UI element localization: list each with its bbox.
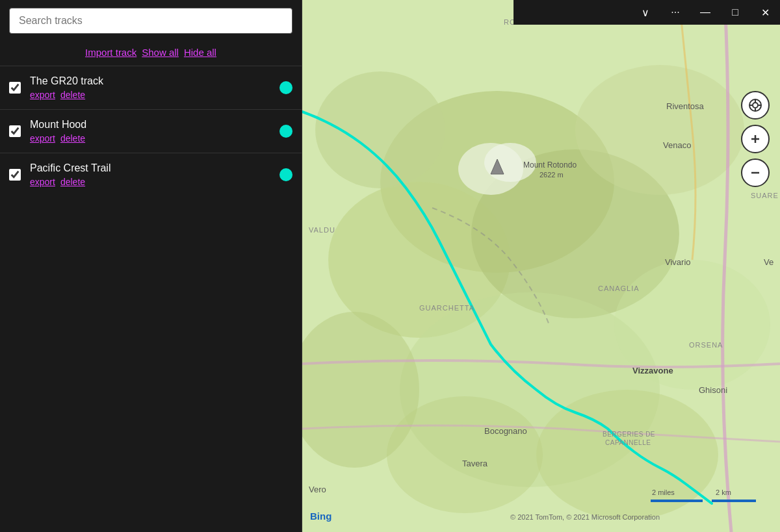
svg-text:Mount Rotondo: Mount Rotondo: [523, 160, 577, 170]
track-export-button[interactable]: export: [30, 90, 55, 100]
map-controls: [741, 91, 770, 187]
zoom-in-button[interactable]: [741, 125, 770, 153]
action-bar: Import track Show all Hide all: [0, 42, 302, 66]
svg-text:ORSENA: ORSENA: [689, 341, 723, 349]
svg-rect-36: [712, 500, 756, 502]
track-checkbox[interactable]: [9, 82, 21, 94]
track-actions: exportdelete: [30, 90, 273, 100]
track-actions: exportdelete: [30, 133, 273, 144]
map-background: ROSSOLINO PORETTO Riventosa Venaco Mount…: [302, 0, 780, 532]
track-export-button[interactable]: export: [30, 177, 55, 187]
track-color-dot: [280, 168, 292, 181]
track-color-dot: [280, 81, 292, 94]
svg-point-4: [575, 65, 744, 195]
svg-text:Vivario: Vivario: [665, 257, 691, 267]
more-options-button[interactable]: ···: [660, 0, 690, 25]
track-item: The GR20 trackexportdelete: [0, 66, 302, 109]
map-panel: ∨ ··· — □ ✕: [302, 0, 780, 532]
title-bar: ∨ ··· — □ ✕: [514, 0, 780, 25]
location-icon: [748, 98, 762, 112]
svg-text:CANAGLIA: CANAGLIA: [598, 285, 640, 292]
svg-text:Vizzavone: Vizzavone: [632, 366, 673, 375]
show-all-button[interactable]: Show all: [142, 47, 179, 58]
svg-text:SUARE: SUARE: [751, 192, 779, 199]
svg-point-41: [753, 103, 758, 108]
track-color-dot: [280, 125, 292, 138]
svg-text:Vero: Vero: [309, 485, 326, 494]
track-item: Pacific Crest Trailexportdelete: [0, 153, 302, 196]
hide-all-button[interactable]: Hide all: [184, 47, 216, 58]
track-name: Mount Hood: [30, 119, 273, 131]
svg-text:Bocognano: Bocognano: [484, 426, 527, 436]
svg-point-10: [387, 396, 543, 513]
svg-text:2 km: 2 km: [716, 488, 731, 496]
svg-text:Riventosa: Riventosa: [666, 101, 705, 111]
svg-point-5: [315, 71, 445, 188]
svg-text:BERGERIES DE: BERGERIES DE: [603, 431, 655, 438]
track-name: The GR20 track: [30, 75, 273, 87]
track-info: The GR20 trackexportdelete: [30, 75, 273, 100]
plus-icon: [749, 133, 762, 146]
track-checkbox[interactable]: [9, 125, 21, 137]
map-svg: ROSSOLINO PORETTO Riventosa Venaco Mount…: [302, 0, 780, 532]
minimize-button[interactable]: —: [690, 0, 720, 25]
track-export-button[interactable]: export: [30, 133, 55, 144]
svg-text:Tavera: Tavera: [462, 459, 488, 468]
track-name: Pacific Crest Trail: [30, 162, 273, 174]
svg-text:VALDU: VALDU: [309, 226, 335, 234]
svg-text:2 miles: 2 miles: [652, 488, 675, 496]
track-delete-button[interactable]: delete: [60, 133, 85, 144]
svg-rect-34: [651, 500, 703, 502]
search-input[interactable]: [9, 8, 292, 34]
zoom-out-button[interactable]: [741, 158, 770, 187]
tracks-list: The GR20 trackexportdeleteMount Hoodexpo…: [0, 66, 302, 196]
svg-text:Venaco: Venaco: [663, 140, 691, 150]
chevron-down-button[interactable]: ∨: [630, 0, 660, 25]
maximize-button[interactable]: □: [720, 0, 750, 25]
svg-text:Bing: Bing: [310, 511, 332, 522]
svg-text:2622 m: 2622 m: [540, 171, 564, 179]
svg-text:© 2021 TomTom, © 2021 Microsof: © 2021 TomTom, © 2021 Microsoft Corporat…: [510, 513, 660, 521]
track-delete-button[interactable]: delete: [60, 177, 85, 187]
track-info: Pacific Crest Trailexportdelete: [30, 162, 273, 187]
track-actions: exportdelete: [30, 177, 273, 187]
track-info: Mount Hoodexportdelete: [30, 119, 273, 144]
svg-text:GUARCHETTA: GUARCHETTA: [419, 304, 474, 312]
location-button[interactable]: [741, 91, 770, 120]
track-checkbox[interactable]: [9, 169, 21, 181]
track-delete-button[interactable]: delete: [60, 90, 85, 100]
search-container: [0, 0, 302, 42]
track-item: Mount Hoodexportdelete: [0, 109, 302, 153]
minus-icon: [749, 166, 762, 179]
svg-text:Ve: Ve: [764, 257, 774, 267]
close-button[interactable]: ✕: [750, 0, 780, 25]
svg-text:CAPANNELLE: CAPANNELLE: [605, 439, 651, 446]
left-panel: Import track Show all Hide all The GR20 …: [0, 0, 302, 532]
import-track-button[interactable]: Import track: [85, 47, 136, 58]
svg-text:Ghisoni: Ghisoni: [699, 385, 727, 395]
